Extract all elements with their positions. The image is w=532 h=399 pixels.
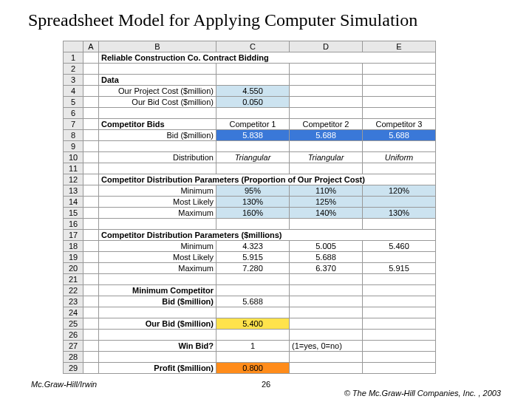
cell: [290, 352, 363, 363]
cell: [290, 108, 363, 119]
row-number: 23: [64, 296, 83, 307]
cell: Profit ($million): [99, 363, 216, 374]
cell: [363, 330, 436, 341]
cell: [99, 274, 216, 285]
cell: [83, 307, 99, 318]
row-number: 16: [64, 219, 83, 230]
cell: [363, 307, 436, 318]
cell: [363, 75, 436, 86]
cell: [83, 219, 99, 230]
cell: [290, 75, 363, 86]
slide-footer: Mc.Graw-Hill/Irwin 26 © The Mc.Graw-Hill…: [0, 380, 532, 389]
row-number: 10: [64, 152, 83, 163]
table-row: 17Competitor Distribution Parameters ($m…: [64, 230, 436, 241]
cell: [363, 219, 436, 230]
cell: 110%: [290, 185, 363, 197]
cell: [290, 318, 363, 330]
cell: [83, 52, 99, 64]
cell: Competitor Distribution Parameters (Prop…: [99, 174, 436, 185]
row-number: 7: [64, 119, 83, 130]
table-row: 9: [64, 141, 436, 152]
cell: [83, 141, 99, 152]
cell: [290, 274, 363, 285]
cell: [363, 285, 436, 296]
table-row: 8Bid ($million)5.8385.6885.688: [64, 130, 436, 141]
row-number: 20: [64, 263, 83, 274]
cell: [83, 119, 99, 130]
row-number: 14: [64, 197, 83, 208]
cell: Triangular: [216, 152, 290, 163]
cell: Win Bid?: [99, 341, 216, 352]
cell: [363, 197, 436, 208]
row-number: 29: [64, 363, 83, 374]
cell: 7.280: [216, 263, 290, 274]
row-number: 21: [64, 274, 83, 285]
cell: [363, 274, 436, 285]
table-row: 4Our Project Cost ($million)4.550: [64, 86, 436, 97]
row-number: 24: [64, 307, 83, 318]
row-number: 25: [64, 318, 83, 330]
cell: Most Likely: [99, 252, 216, 263]
cell: 5.688: [290, 130, 363, 141]
spreadsheet: ABCDE 1Reliable Construction Co. Contrac…: [63, 41, 436, 374]
cell: [363, 252, 436, 263]
col-header: B: [99, 41, 216, 52]
cell: 5.838: [216, 130, 290, 141]
cell: [99, 64, 216, 75]
cell: Distribution: [99, 152, 216, 163]
cell: 4.550: [216, 86, 290, 97]
row-number: 5: [64, 97, 83, 108]
cell: [290, 97, 363, 108]
col-header: A: [83, 41, 99, 52]
cell: Competitor 2: [290, 119, 363, 130]
cell: 4.323: [216, 241, 290, 252]
cell: [363, 86, 436, 97]
cell: Most Likely: [99, 197, 216, 208]
cell: [290, 86, 363, 97]
col-header: D: [290, 41, 363, 52]
table-row: 3Data: [64, 75, 436, 86]
table-row: 20Maximum7.2806.3705.915: [64, 263, 436, 274]
cell: [290, 307, 363, 318]
table-row: 11: [64, 163, 436, 174]
cell: [290, 163, 363, 174]
row-number: 2: [64, 64, 83, 75]
cell: [83, 363, 99, 374]
cell: Competitor 1: [216, 119, 290, 130]
table-row: 2: [64, 64, 436, 75]
row-number: 27: [64, 341, 83, 352]
cell: [363, 363, 436, 374]
cell: Triangular: [290, 152, 363, 163]
table-row: 22Minimum Competitor: [64, 285, 436, 296]
row-number: 11: [64, 163, 83, 174]
cell: 0.050: [216, 97, 290, 108]
row-number: 8: [64, 130, 83, 141]
cell: [83, 97, 99, 108]
cell: [363, 352, 436, 363]
row-number: 28: [64, 352, 83, 363]
col-header: [64, 41, 83, 52]
cell: [83, 130, 99, 141]
cell: [216, 285, 290, 296]
cell: [216, 352, 290, 363]
cell: [83, 318, 99, 330]
table-row: 21: [64, 274, 436, 285]
cell: [83, 352, 99, 363]
table-row: 14Most Likely130%125%: [64, 197, 436, 208]
cell: [216, 64, 290, 75]
table-row: 25Our Bid ($million)5.400: [64, 318, 436, 330]
cell: [83, 341, 99, 352]
row-number: 13: [64, 185, 83, 197]
cell: [83, 274, 99, 285]
cell: [363, 318, 436, 330]
cell: Our Project Cost ($million): [99, 86, 216, 97]
cell: [290, 296, 363, 307]
table-row: 29Profit ($million)0.800: [64, 363, 436, 374]
table-row: 24: [64, 307, 436, 318]
cell: Uniform: [363, 152, 436, 163]
cell: [83, 230, 99, 241]
table-row: 7Competitor BidsCompetitor 1Competitor 2…: [64, 119, 436, 130]
row-number: 26: [64, 330, 83, 341]
col-header: E: [363, 41, 436, 52]
cell: [290, 330, 363, 341]
